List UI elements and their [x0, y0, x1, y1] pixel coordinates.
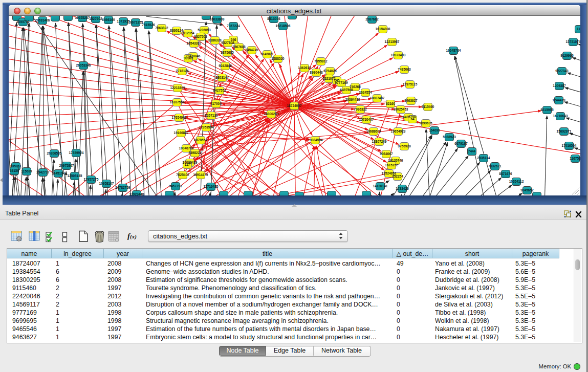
- svg-text:12353594: 12353594: [199, 125, 214, 129]
- svg-text:5938923: 5938923: [443, 135, 456, 139]
- svg-text:10958107: 10958107: [99, 182, 114, 185]
- svg-text:10654112: 10654112: [509, 180, 524, 183]
- svg-text:8454749: 8454749: [245, 48, 258, 52]
- svg-text:3498222: 3498222: [188, 151, 202, 155]
- svg-text:7986322: 7986322: [354, 107, 367, 111]
- svg-text:4055712: 4055712: [16, 20, 30, 24]
- svg-text:7357224: 7357224: [227, 24, 240, 28]
- svg-text:1615152: 1615152: [385, 163, 398, 167]
- svg-text:10046766: 10046766: [179, 146, 194, 150]
- svg-text:17016504: 17016504: [562, 144, 577, 147]
- svg-text:164099: 164099: [429, 128, 440, 132]
- svg-text:15720407: 15720407: [359, 118, 374, 121]
- svg-text:5226053: 5226053: [198, 28, 211, 32]
- svg-text:16033809: 16033809: [210, 17, 225, 21]
- svg-text:9327508: 9327508: [221, 41, 234, 45]
- svg-text:15716485: 15716485: [204, 185, 219, 188]
- svg-text:8990448: 8990448: [310, 71, 323, 74]
- svg-text:835061: 835061: [10, 164, 21, 168]
- svg-text:1733426: 1733426: [396, 187, 409, 190]
- svg-text:252254: 252254: [392, 174, 403, 178]
- svg-text:9756928: 9756928: [398, 144, 411, 148]
- svg-text:64: 64: [410, 117, 415, 121]
- svg-text:15751074: 15751074: [566, 40, 580, 43]
- svg-text:9146821: 9146821: [260, 52, 274, 56]
- svg-text:26053346: 26053346: [76, 63, 91, 67]
- svg-text:9115460: 9115460: [422, 105, 434, 108]
- svg-text:10025453: 10025453: [394, 107, 408, 111]
- svg-text:115689: 115689: [21, 169, 32, 173]
- svg-text:17957275: 17957275: [84, 178, 99, 181]
- svg-text:39159: 39159: [10, 169, 19, 172]
- svg-text:20364436: 20364436: [345, 98, 360, 101]
- svg-text:6679197: 6679197: [454, 142, 468, 145]
- svg-text:1145194: 1145194: [52, 171, 65, 175]
- svg-text:7632621: 7632621: [488, 164, 502, 168]
- svg-text:3875685: 3875685: [221, 51, 234, 54]
- svg-text:1527602: 1527602: [89, 17, 102, 20]
- svg-text:7444: 7444: [468, 149, 476, 153]
- svg-text:14136141: 14136141: [373, 184, 388, 188]
- svg-text:19166827: 19166827: [174, 131, 189, 135]
- svg-text:19654923: 19654923: [391, 129, 406, 133]
- svg-text:20691406: 20691406: [35, 18, 50, 22]
- svg-text:12505135: 12505135: [68, 174, 82, 178]
- svg-text:2087682: 2087682: [365, 17, 379, 21]
- svg-text:1588520: 1588520: [271, 57, 285, 60]
- svg-text:9463627: 9463627: [404, 99, 418, 102]
- svg-text:16914479: 16914479: [193, 173, 208, 177]
- svg-text:2935114: 2935114: [477, 156, 490, 160]
- svg-text:25300203: 25300203: [264, 112, 279, 116]
- svg-text:16671355: 16671355: [128, 20, 143, 24]
- svg-text:111: 111: [577, 27, 580, 31]
- svg-text:15692971: 15692971: [557, 129, 572, 133]
- svg-text:62160: 62160: [386, 102, 395, 105]
- svg-text:9777169: 9777169: [335, 81, 348, 84]
- svg-text:9084067: 9084067: [380, 152, 393, 156]
- svg-text:7515526: 7515526: [142, 23, 155, 27]
- svg-text:16543382: 16543382: [187, 41, 202, 45]
- svg-text:10807487: 10807487: [370, 96, 385, 100]
- svg-text:10973493: 10973493: [391, 53, 406, 57]
- svg-text:2718126: 2718126: [176, 69, 189, 73]
- svg-text:18807249: 18807249: [372, 140, 387, 143]
- svg-text:8215955: 8215955: [540, 108, 554, 112]
- svg-text:18724007: 18724007: [287, 104, 302, 107]
- svg-text:9242848: 9242848: [219, 64, 232, 68]
- svg-text:8267130: 8267130: [205, 114, 218, 117]
- svg-text:1244419: 1244419: [552, 98, 565, 102]
- svg-text:8427552: 8427552: [213, 89, 226, 92]
- svg-text:6497568: 6497568: [340, 88, 353, 92]
- svg-text:7955812: 7955812: [314, 59, 328, 63]
- svg-text:16107554: 16107554: [170, 100, 185, 104]
- svg-text:9457791: 9457791: [169, 184, 182, 188]
- svg-text:8471676: 8471676: [499, 172, 512, 176]
- svg-text:19384554: 19384554: [308, 138, 323, 142]
- svg-text:9327503: 9327503: [194, 35, 207, 38]
- svg-text:6466160: 6466160: [102, 18, 115, 21]
- svg-text:8186328: 8186328: [208, 38, 222, 42]
- svg-text:7663822: 7663822: [155, 26, 168, 30]
- svg-text:16210643: 16210643: [553, 114, 568, 118]
- svg-text:16120746: 16120746: [388, 159, 403, 162]
- svg-text:417004: 417004: [210, 102, 222, 105]
- svg-text:116753: 116753: [570, 157, 580, 160]
- svg-text:8912954: 8912954: [181, 31, 194, 35]
- svg-text:16782759: 16782759: [116, 186, 130, 189]
- svg-text:98965: 98965: [184, 56, 193, 60]
- svg-text:9699695: 9699695: [419, 121, 432, 125]
- svg-text:7625402: 7625402: [176, 173, 189, 177]
- svg-text:3624554: 3624554: [359, 91, 372, 94]
- svg-text:9227343: 9227343: [555, 69, 569, 73]
- svg-text:16154808: 16154808: [376, 27, 390, 31]
- svg-text:6794028: 6794028: [323, 69, 337, 73]
- svg-text:2942737: 2942737: [36, 170, 50, 174]
- svg-text:20975867: 20975867: [59, 164, 74, 167]
- svg-text:2867608: 2867608: [232, 45, 246, 49]
- svg-text:2803144: 2803144: [215, 76, 229, 79]
- svg-text:17975115: 17975115: [403, 82, 418, 86]
- svg-text:117: 117: [185, 163, 190, 166]
- svg-text:16648784: 16648784: [446, 49, 461, 52]
- svg-text:8878554: 8878554: [194, 138, 207, 142]
- svg-text:1209387: 1209387: [553, 84, 566, 87]
